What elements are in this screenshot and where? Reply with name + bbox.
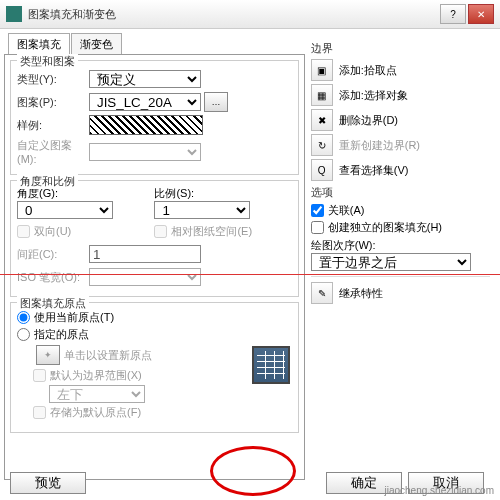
pattern-label: 图案(P):	[17, 95, 89, 110]
scale-combo[interactable]: 1	[154, 201, 250, 219]
preview-button[interactable]: 预览	[10, 472, 86, 494]
sample-label: 样例:	[17, 118, 89, 133]
add-pick-label[interactable]: 添加:拾取点	[339, 63, 397, 78]
use-current-label: 使用当前原点(T)	[34, 310, 114, 325]
tab-gradient[interactable]: 渐变色	[71, 33, 122, 55]
spacing-input	[89, 245, 201, 263]
delete-label[interactable]: 删除边界(D)	[339, 113, 398, 128]
group-title: 图案填充原点	[17, 296, 89, 311]
recreate-icon: ↻	[311, 134, 333, 156]
double-checkbox	[17, 225, 30, 238]
add-select-label[interactable]: 添加:选择对象	[339, 88, 408, 103]
use-current-radio[interactable]	[17, 311, 30, 324]
pattern-combo[interactable]: JIS_LC_20A	[89, 93, 201, 111]
iso-label: ISO 笔宽(O):	[17, 270, 89, 285]
recreate-label: 重新创建边界(R)	[339, 138, 420, 153]
assoc-checkbox[interactable]	[311, 204, 324, 217]
custom-label: 自定义图案(M):	[17, 138, 89, 165]
double-label: 双向(U)	[34, 224, 71, 239]
click-set-label: 单击以设置新原点	[64, 348, 152, 363]
set-origin-icon: ✦	[36, 345, 60, 365]
close-button[interactable]: ✕	[468, 4, 494, 24]
app-icon	[6, 6, 22, 22]
group-type-pattern: 类型和图案 类型(Y):预定义 图案(P):JIS_LC_20A… 样例: 自定…	[10, 60, 299, 175]
specified-label: 指定的原点	[34, 327, 89, 342]
titlebar: 图案填充和渐变色 ? ✕	[0, 0, 500, 29]
independent-label: 创建独立的图案填充(H)	[328, 220, 442, 235]
origin-preview-icon	[252, 346, 290, 384]
help-button[interactable]: ?	[440, 4, 466, 24]
window-title: 图案填充和渐变色	[28, 7, 438, 22]
type-combo[interactable]: 预定义	[89, 70, 201, 88]
assoc-label: 关联(A)	[328, 203, 365, 218]
draw-order-label: 绘图次序(W):	[311, 238, 490, 253]
group-title: 类型和图案	[17, 54, 78, 69]
default-ext-checkbox	[33, 369, 46, 382]
specified-radio[interactable]	[17, 328, 30, 341]
spacing-label: 间距(C):	[17, 247, 89, 262]
relative-label: 相对图纸空间(E)	[171, 224, 252, 239]
view-sel-label[interactable]: 查看选择集(V)	[339, 163, 409, 178]
view-sel-icon[interactable]: Q	[311, 159, 333, 181]
relative-checkbox	[154, 225, 167, 238]
group-angle-scale: 角度和比例 角度(G):0 比例(S):1 双向(U) 相对图纸空间(E) 间距…	[10, 180, 299, 297]
options-title: 选项	[311, 185, 490, 200]
ext-combo: 左下	[49, 385, 145, 403]
custom-combo	[89, 143, 201, 161]
group-title: 角度和比例	[17, 174, 78, 189]
draw-order-combo[interactable]: 置于边界之后	[311, 253, 471, 271]
inherit-icon[interactable]: ✎	[311, 282, 333, 304]
sample-swatch[interactable]	[89, 115, 203, 135]
store-default-checkbox	[33, 406, 46, 419]
independent-checkbox[interactable]	[311, 221, 324, 234]
default-ext-label: 默认为边界范围(X)	[50, 368, 142, 383]
watermark: jiaocheng.shezidian.com	[384, 485, 494, 496]
tab-hatch[interactable]: 图案填充	[8, 33, 70, 55]
type-label: 类型(Y):	[17, 72, 89, 87]
inherit-label[interactable]: 继承特性	[339, 286, 383, 301]
group-origin: 图案填充原点 使用当前原点(T) 指定的原点 ✦单击以设置新原点 默认为边界范围…	[10, 302, 299, 433]
iso-combo	[89, 268, 201, 286]
pick-point-icon[interactable]: ▣	[311, 59, 333, 81]
select-obj-icon[interactable]: ▦	[311, 84, 333, 106]
pattern-browse-button[interactable]: …	[204, 92, 228, 112]
boundary-title: 边界	[311, 41, 490, 56]
annotation-redline	[0, 274, 500, 275]
scale-label: 比例(S):	[154, 186, 291, 201]
angle-combo[interactable]: 0	[17, 201, 113, 219]
store-default-label: 存储为默认原点(F)	[50, 405, 141, 420]
delete-icon[interactable]: ✖	[311, 109, 333, 131]
